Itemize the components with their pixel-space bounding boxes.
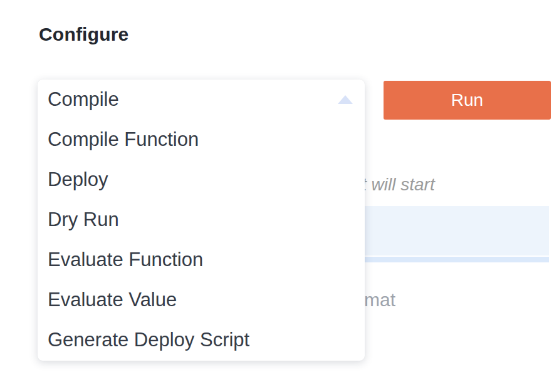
background-hint-text: t will start (362, 175, 435, 195)
background-text-fragment: mat (364, 289, 395, 311)
run-button[interactable]: Run (384, 81, 551, 120)
dropdown-option-evaluate-value[interactable]: Evaluate Value (38, 280, 365, 320)
dropdown-option-generate-deploy-script[interactable]: Generate Deploy Script (38, 320, 365, 360)
dropdown-option-compile-function[interactable]: Compile Function (38, 120, 365, 160)
dropdown-toggle[interactable]: Compile (38, 80, 365, 120)
dropdown-option-deploy[interactable]: Deploy (38, 160, 365, 200)
dropdown-option-dry-run[interactable]: Dry Run (38, 200, 365, 240)
dropdown-option-evaluate-function[interactable]: Evaluate Function (38, 240, 365, 280)
dropdown-selected-value: Compile (48, 88, 119, 110)
action-dropdown: Compile Compile Function Deploy Dry Run … (38, 80, 365, 361)
page-title: Configure (39, 24, 128, 45)
caret-up-icon (338, 95, 353, 104)
configure-page: Configure t will start mat Run Compile C… (0, 0, 559, 392)
